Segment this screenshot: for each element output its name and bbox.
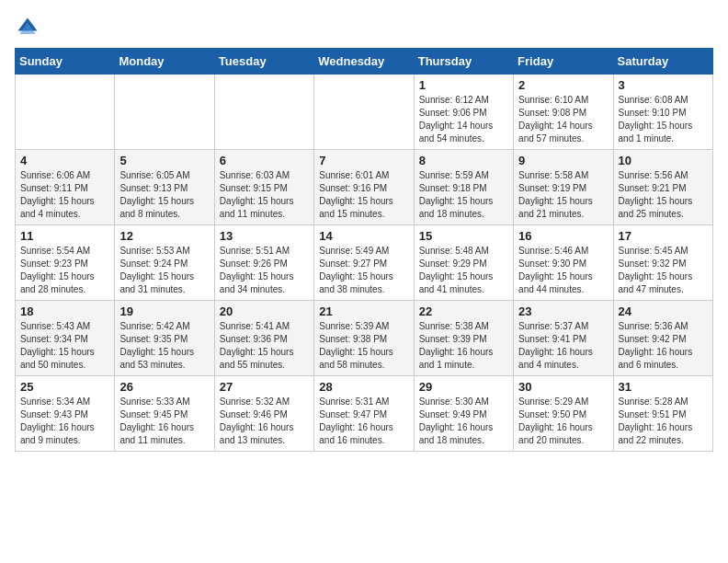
day-cell <box>314 75 414 150</box>
day-cell: 30Sunrise: 5:29 AM Sunset: 9:50 PM Dayli… <box>514 376 613 452</box>
week-row-5: 25Sunrise: 5:34 AM Sunset: 9:43 PM Dayli… <box>16 376 713 452</box>
day-number: 1 <box>419 78 508 92</box>
day-number: 19 <box>119 304 209 318</box>
day-cell: 8Sunrise: 5:59 AM Sunset: 9:18 PM Daylig… <box>414 150 513 225</box>
day-cell <box>214 75 313 150</box>
day-cell: 23Sunrise: 5:37 AM Sunset: 9:41 PM Dayli… <box>514 301 613 376</box>
day-cell: 11Sunrise: 5:54 AM Sunset: 9:23 PM Dayli… <box>16 225 115 301</box>
calendar-table: SundayMondayTuesdayWednesdayThursdayFrid… <box>15 48 713 452</box>
week-row-3: 11Sunrise: 5:54 AM Sunset: 9:23 PM Dayli… <box>16 225 713 301</box>
day-cell: 4Sunrise: 6:06 AM Sunset: 9:11 PM Daylig… <box>16 150 115 225</box>
day-cell: 2Sunrise: 6:10 AM Sunset: 9:08 PM Daylig… <box>514 75 613 150</box>
day-cell: 20Sunrise: 5:41 AM Sunset: 9:36 PM Dayli… <box>214 301 313 376</box>
day-info: Sunrise: 5:28 AM Sunset: 9:51 PM Dayligh… <box>619 396 708 447</box>
day-info: Sunrise: 5:59 AM Sunset: 9:18 PM Dayligh… <box>419 169 508 221</box>
day-number: 27 <box>220 380 309 394</box>
day-info: Sunrise: 5:46 AM Sunset: 9:30 PM Dayligh… <box>518 245 608 296</box>
day-number: 16 <box>518 229 608 243</box>
day-number: 22 <box>419 304 508 318</box>
day-cell: 1Sunrise: 6:12 AM Sunset: 9:06 PM Daylig… <box>414 75 513 150</box>
day-number: 4 <box>20 154 109 167</box>
col-header-saturday: Saturday <box>613 49 712 75</box>
day-number: 3 <box>619 78 708 92</box>
day-info: Sunrise: 5:56 AM Sunset: 9:21 PM Dayligh… <box>619 169 708 221</box>
header-row: SundayMondayTuesdayWednesdayThursdayFrid… <box>16 49 713 75</box>
day-info: Sunrise: 5:33 AM Sunset: 9:45 PM Dayligh… <box>119 396 209 447</box>
day-number: 18 <box>20 304 109 318</box>
day-number: 15 <box>419 229 508 243</box>
day-cell: 29Sunrise: 5:30 AM Sunset: 9:49 PM Dayli… <box>414 376 513 452</box>
day-cell: 5Sunrise: 6:05 AM Sunset: 9:13 PM Daylig… <box>115 150 214 225</box>
week-row-1: 1Sunrise: 6:12 AM Sunset: 9:06 PM Daylig… <box>16 75 713 150</box>
day-cell: 24Sunrise: 5:36 AM Sunset: 9:42 PM Dayli… <box>613 301 712 376</box>
day-cell: 13Sunrise: 5:51 AM Sunset: 9:26 PM Dayli… <box>214 225 313 301</box>
col-header-wednesday: Wednesday <box>314 49 414 75</box>
day-cell: 15Sunrise: 5:48 AM Sunset: 9:29 PM Dayli… <box>414 225 513 301</box>
day-number: 24 <box>619 304 708 318</box>
day-cell: 27Sunrise: 5:32 AM Sunset: 9:46 PM Dayli… <box>214 376 313 452</box>
day-cell: 10Sunrise: 5:56 AM Sunset: 9:21 PM Dayli… <box>613 150 712 225</box>
col-header-tuesday: Tuesday <box>214 49 313 75</box>
day-number: 8 <box>419 154 508 167</box>
day-cell: 9Sunrise: 5:58 AM Sunset: 9:19 PM Daylig… <box>514 150 613 225</box>
week-row-2: 4Sunrise: 6:06 AM Sunset: 9:11 PM Daylig… <box>16 150 713 225</box>
day-info: Sunrise: 5:32 AM Sunset: 9:46 PM Dayligh… <box>220 396 309 447</box>
day-number: 7 <box>319 154 408 167</box>
day-number: 12 <box>119 229 209 243</box>
day-cell: 12Sunrise: 5:53 AM Sunset: 9:24 PM Dayli… <box>115 225 214 301</box>
day-cell: 26Sunrise: 5:33 AM Sunset: 9:45 PM Dayli… <box>115 376 214 452</box>
day-info: Sunrise: 6:10 AM Sunset: 9:08 PM Dayligh… <box>518 94 608 145</box>
day-info: Sunrise: 6:06 AM Sunset: 9:11 PM Dayligh… <box>20 169 109 221</box>
col-header-monday: Monday <box>115 49 214 75</box>
day-cell: 6Sunrise: 6:03 AM Sunset: 9:15 PM Daylig… <box>214 150 313 225</box>
page-header <box>15 15 713 40</box>
day-number: 9 <box>518 154 608 167</box>
day-cell: 31Sunrise: 5:28 AM Sunset: 9:51 PM Dayli… <box>613 376 712 452</box>
day-info: Sunrise: 5:54 AM Sunset: 9:23 PM Dayligh… <box>20 245 109 296</box>
logo <box>15 15 44 40</box>
day-cell: 18Sunrise: 5:43 AM Sunset: 9:34 PM Dayli… <box>16 301 115 376</box>
day-number: 20 <box>220 304 309 318</box>
day-number: 17 <box>619 229 708 243</box>
day-cell <box>115 75 214 150</box>
day-number: 6 <box>220 154 309 167</box>
day-info: Sunrise: 5:34 AM Sunset: 9:43 PM Dayligh… <box>20 396 109 447</box>
day-info: Sunrise: 5:39 AM Sunset: 9:38 PM Dayligh… <box>319 320 408 372</box>
day-info: Sunrise: 5:31 AM Sunset: 9:47 PM Dayligh… <box>319 396 408 447</box>
day-info: Sunrise: 6:05 AM Sunset: 9:13 PM Dayligh… <box>119 169 209 221</box>
day-cell: 3Sunrise: 6:08 AM Sunset: 9:10 PM Daylig… <box>613 75 712 150</box>
day-cell: 28Sunrise: 5:31 AM Sunset: 9:47 PM Dayli… <box>314 376 414 452</box>
week-row-4: 18Sunrise: 5:43 AM Sunset: 9:34 PM Dayli… <box>16 301 713 376</box>
day-number: 13 <box>220 229 309 243</box>
day-info: Sunrise: 5:29 AM Sunset: 9:50 PM Dayligh… <box>518 396 608 447</box>
day-cell: 17Sunrise: 5:45 AM Sunset: 9:32 PM Dayli… <box>613 225 712 301</box>
day-info: Sunrise: 5:51 AM Sunset: 9:26 PM Dayligh… <box>220 245 309 296</box>
day-info: Sunrise: 5:58 AM Sunset: 9:19 PM Dayligh… <box>518 169 608 221</box>
day-number: 5 <box>119 154 209 167</box>
day-info: Sunrise: 5:38 AM Sunset: 9:39 PM Dayligh… <box>419 320 508 372</box>
day-cell: 14Sunrise: 5:49 AM Sunset: 9:27 PM Dayli… <box>314 225 414 301</box>
day-number: 21 <box>319 304 408 318</box>
day-info: Sunrise: 5:49 AM Sunset: 9:27 PM Dayligh… <box>319 245 408 296</box>
day-number: 14 <box>319 229 408 243</box>
col-header-thursday: Thursday <box>414 49 513 75</box>
logo-icon <box>15 15 40 40</box>
day-info: Sunrise: 5:30 AM Sunset: 9:49 PM Dayligh… <box>419 396 508 447</box>
day-info: Sunrise: 6:03 AM Sunset: 9:15 PM Dayligh… <box>220 169 309 221</box>
day-cell: 21Sunrise: 5:39 AM Sunset: 9:38 PM Dayli… <box>314 301 414 376</box>
day-number: 31 <box>619 380 708 394</box>
col-header-sunday: Sunday <box>16 49 115 75</box>
day-info: Sunrise: 5:37 AM Sunset: 9:41 PM Dayligh… <box>518 320 608 372</box>
day-number: 10 <box>619 154 708 167</box>
day-info: Sunrise: 5:36 AM Sunset: 9:42 PM Dayligh… <box>619 320 708 372</box>
day-info: Sunrise: 5:43 AM Sunset: 9:34 PM Dayligh… <box>20 320 109 372</box>
day-number: 26 <box>119 380 209 394</box>
day-info: Sunrise: 5:45 AM Sunset: 9:32 PM Dayligh… <box>619 245 708 296</box>
day-info: Sunrise: 5:48 AM Sunset: 9:29 PM Dayligh… <box>419 245 508 296</box>
day-number: 23 <box>518 304 608 318</box>
day-info: Sunrise: 5:41 AM Sunset: 9:36 PM Dayligh… <box>220 320 309 372</box>
day-info: Sunrise: 5:53 AM Sunset: 9:24 PM Dayligh… <box>119 245 209 296</box>
day-cell: 25Sunrise: 5:34 AM Sunset: 9:43 PM Dayli… <box>16 376 115 452</box>
day-number: 2 <box>518 78 608 92</box>
day-number: 30 <box>518 380 608 394</box>
